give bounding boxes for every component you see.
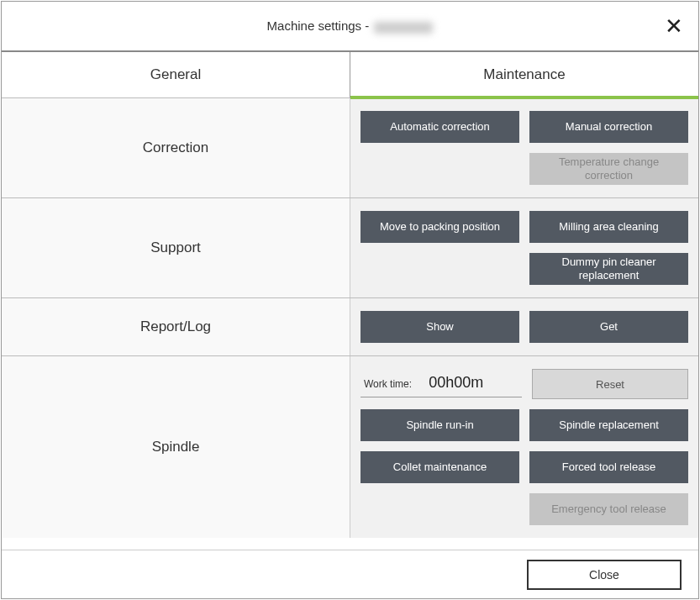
close-icon[interactable]: ✕ [665,15,683,37]
temperature-correction-button: Temperature change correction [529,153,688,185]
content-area: Correction Automatic correction Manual c… [2,97,698,550]
footer: Close [2,550,698,598]
dummy-pin-button[interactable]: Dummy pin cleaner replacement [529,253,688,285]
section-reportlog-body: Show Get [350,298,698,355]
worktime-display: Work time: 00h00m [361,371,522,397]
section-reportlog-label: Report/Log [2,298,350,355]
tab-general[interactable]: General [2,52,350,97]
tab-bar: General Maintenance [2,52,698,97]
milling-clean-button[interactable]: Milling area cleaning [529,211,688,243]
manual-correction-button[interactable]: Manual correction [529,111,688,143]
move-packing-button[interactable]: Move to packing position [361,211,519,243]
report-show-button[interactable]: Show [361,311,519,343]
report-get-button[interactable]: Get [529,311,688,343]
section-support-label: Support [2,198,350,297]
worktime-value: 00h00m [429,374,483,392]
forced-tool-release-button[interactable]: Forced tool release [529,451,688,483]
tab-general-label: General [150,66,201,83]
section-correction-body: Automatic correction Manual correction T… [350,98,698,197]
worktime-reset-button[interactable]: Reset [532,369,688,399]
titlebar: Machine settings - ✕ [2,2,698,52]
automatic-correction-button[interactable]: Automatic correction [361,111,519,143]
spindle-runin-button[interactable]: Spindle run-in [361,409,519,441]
close-button[interactable]: Close [527,560,682,590]
spindle-replacement-button[interactable]: Spindle replacement [529,409,688,441]
collet-maintenance-button[interactable]: Collet maintenance [361,451,519,483]
section-spindle: Spindle Work time: 00h00m Reset Spindle … [2,356,698,538]
tab-maintenance[interactable]: Maintenance [350,52,698,97]
section-reportlog: Report/Log Show Get [2,298,698,356]
tab-maintenance-label: Maintenance [483,66,565,83]
dialog-title: Machine settings - [267,18,434,33]
section-correction: Correction Automatic correction Manual c… [2,98,698,198]
emergency-tool-release-button: Emergency tool release [529,493,688,525]
title-prefix: Machine settings - [267,18,373,33]
worktime-label: Work time: [364,378,412,390]
section-support: Support Move to packing position Milling… [2,198,698,298]
title-machine-id-redacted [374,22,433,34]
section-spindle-body: Work time: 00h00m Reset Spindle run-in S… [350,356,698,538]
section-support-body: Move to packing position Milling area cl… [350,198,698,297]
section-spindle-label: Spindle [2,356,350,538]
machine-settings-dialog: Machine settings - ✕ General Maintenance… [1,1,699,599]
section-correction-label: Correction [2,98,350,197]
